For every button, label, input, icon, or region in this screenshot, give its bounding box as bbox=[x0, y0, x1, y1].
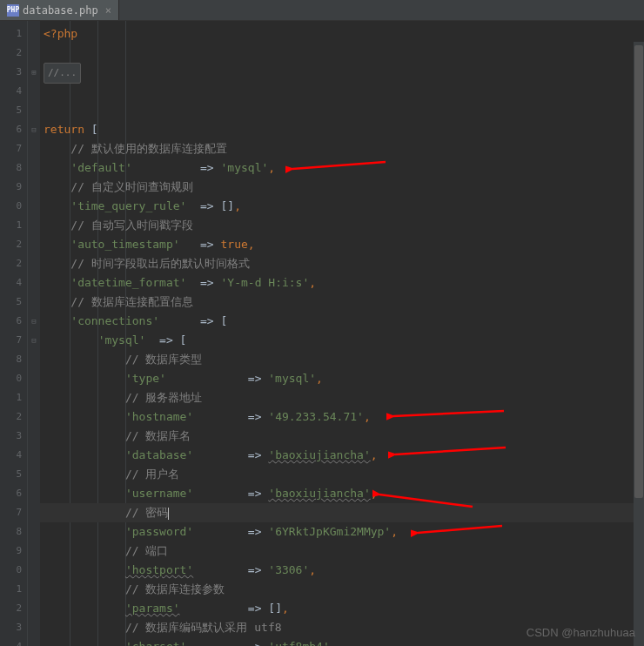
tab-bar: PHP database.php × bbox=[0, 0, 644, 21]
comment: // 数据库类型 bbox=[125, 353, 202, 366]
line-number: 0 bbox=[0, 561, 27, 580]
comment: // 用户名 bbox=[125, 468, 179, 481]
fold-collapse-icon[interactable]: ⊟ bbox=[30, 336, 38, 345]
line-number: 3 bbox=[0, 427, 27, 446]
line-number: 9 bbox=[0, 542, 27, 561]
file-tab[interactable]: PHP database.php × bbox=[0, 0, 119, 20]
line-number: 6 bbox=[0, 312, 27, 331]
text-cursor bbox=[168, 508, 169, 520]
line-number: 0 bbox=[0, 369, 27, 388]
config-key: 'auto_timestamp' bbox=[70, 238, 179, 251]
comment: // 数据库名 bbox=[125, 429, 191, 442]
tab-filename: database.php bbox=[23, 4, 98, 17]
line-number: 1 bbox=[0, 24, 27, 44]
line-number: 2 bbox=[0, 235, 27, 254]
config-key: 'hostport' bbox=[125, 563, 193, 576]
config-value: 'mysql' bbox=[221, 161, 269, 174]
line-number: 4 bbox=[0, 273, 27, 293]
comment: // 数据库编码默认采用 utf8 bbox=[125, 621, 282, 634]
line-number: 9 bbox=[0, 178, 27, 197]
config-key: 'connections' bbox=[70, 314, 159, 327]
php-file-icon: PHP bbox=[7, 4, 19, 17]
line-number: 0 bbox=[0, 197, 27, 216]
line-number: 8 bbox=[0, 350, 27, 369]
line-number: 7 bbox=[0, 503, 27, 522]
watermark: CSDN @hanzhuhuaa bbox=[527, 626, 635, 639]
comment: // 默认使用的数据库连接配置 bbox=[70, 142, 226, 155]
line-number: 5 bbox=[0, 293, 27, 312]
line-number: 1 bbox=[0, 388, 27, 407]
fold-gutter: ⊞ ⊟ ⊟ ⊟ bbox=[28, 21, 40, 646]
config-value: [] bbox=[221, 199, 235, 212]
fold-collapse-icon[interactable]: ⊟ bbox=[30, 125, 38, 134]
line-number: 4 bbox=[0, 446, 27, 465]
line-number: 2 bbox=[0, 407, 27, 427]
line-number: 4 bbox=[0, 82, 27, 101]
config-value: '49.233.54.71' bbox=[268, 410, 364, 423]
scrollbar-thumb[interactable] bbox=[634, 45, 643, 498]
config-key: 'database' bbox=[125, 448, 193, 461]
line-number: 6 bbox=[0, 120, 27, 139]
comment: // 密码 bbox=[125, 506, 168, 519]
line-number: 8 bbox=[0, 158, 27, 178]
comment: // 端口 bbox=[125, 544, 168, 557]
line-number: 1 bbox=[0, 580, 27, 599]
config-value: 'baoxiujiancha' bbox=[268, 448, 370, 461]
config-key: 'params' bbox=[125, 602, 180, 615]
config-key: 'password' bbox=[125, 525, 193, 538]
line-number: 7 bbox=[0, 331, 27, 350]
line-number: 5 bbox=[0, 101, 27, 120]
folded-code[interactable]: //... bbox=[44, 63, 81, 84]
config-key: 'default' bbox=[70, 161, 131, 174]
line-number: 6 bbox=[0, 484, 27, 503]
config-key: 'type' bbox=[125, 372, 166, 385]
line-number: 2 bbox=[0, 44, 27, 63]
comment: // 时间字段取出后的默认时间格式 bbox=[70, 257, 249, 270]
line-number: 8 bbox=[0, 522, 27, 542]
line-number: 1 bbox=[0, 216, 27, 235]
comment: // 自定义时间查询规则 bbox=[70, 180, 192, 193]
line-number: 3 bbox=[0, 63, 27, 82]
config-value: 'utf8mb4' bbox=[268, 640, 329, 646]
php-open-tag: <?php bbox=[44, 27, 77, 40]
config-key: 'hostname' bbox=[125, 410, 193, 423]
config-value: 'mysql' bbox=[268, 372, 316, 385]
scrollbar[interactable] bbox=[634, 42, 644, 646]
fold-expand-icon[interactable]: ⊞ bbox=[30, 68, 38, 77]
close-icon[interactable]: × bbox=[105, 4, 111, 17]
config-value: 'Y-m-d H:i:s' bbox=[221, 276, 310, 289]
line-number: 3 bbox=[0, 618, 27, 637]
config-key: 'username' bbox=[125, 487, 193, 500]
line-number: 5 bbox=[0, 465, 27, 484]
comment: // 数据库连接参数 bbox=[125, 582, 225, 596]
return-keyword: return bbox=[44, 123, 84, 136]
comment: // 数据库连接配置信息 bbox=[70, 295, 192, 308]
line-number: 2 bbox=[0, 599, 27, 618]
config-value: '6YRktJpKGmi2MMyp' bbox=[268, 525, 391, 538]
config-key: 'mysql' bbox=[98, 333, 146, 347]
config-key: 'time_query_rule' bbox=[70, 199, 186, 212]
config-value: 'baoxiujiancha' bbox=[268, 487, 370, 500]
code-editor[interactable]: 1 2 3 4 5 6 7 8 9 0 1 2 2 4 5 6 7 8 0 1 … bbox=[0, 21, 644, 646]
fold-collapse-icon[interactable]: ⊟ bbox=[30, 317, 38, 326]
config-value: [] bbox=[268, 602, 282, 615]
line-number: 7 bbox=[0, 139, 27, 158]
line-number-gutter: 1 2 3 4 5 6 7 8 9 0 1 2 2 4 5 6 7 8 0 1 … bbox=[0, 21, 28, 646]
config-key: 'charset' bbox=[125, 640, 186, 646]
config-value: '3306' bbox=[268, 563, 309, 576]
code-content[interactable]: <?php //... return [ // 默认使用的数据库连接配置 'de… bbox=[40, 21, 644, 646]
config-key: 'datetime_format' bbox=[70, 276, 186, 289]
line-number: 4 bbox=[0, 637, 27, 646]
config-value: true bbox=[221, 238, 248, 251]
comment: // 服务器地址 bbox=[125, 391, 202, 404]
line-number: 2 bbox=[0, 254, 27, 273]
comment: // 自动写入时间戳字段 bbox=[70, 219, 192, 232]
